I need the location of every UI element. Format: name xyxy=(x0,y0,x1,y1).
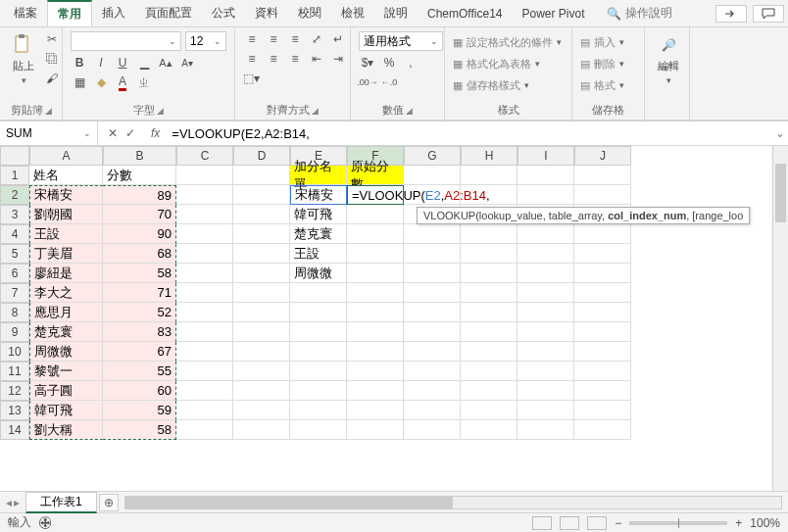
format-painter-button[interactable]: 🖌 xyxy=(43,71,61,86)
decrease-decimal-button[interactable]: ←.0 xyxy=(380,74,398,90)
share-button[interactable] xyxy=(715,5,747,23)
cell-D3[interactable] xyxy=(233,205,290,224)
dialog-launcher-icon[interactable]: ◢ xyxy=(406,106,413,116)
cell-A13[interactable]: 韓可飛 xyxy=(29,401,103,420)
column-header-B[interactable]: B xyxy=(103,146,176,166)
cell-J11[interactable] xyxy=(574,362,631,381)
cell-I1[interactable] xyxy=(517,166,574,185)
font-name-combo[interactable]: ⌄ xyxy=(71,31,181,51)
cell-B13[interactable]: 59 xyxy=(103,401,176,420)
cell-D11[interactable] xyxy=(233,362,290,381)
cell-F13[interactable] xyxy=(347,401,404,420)
column-header-D[interactable]: D xyxy=(233,146,290,166)
row-header-6[interactable]: 6 xyxy=(0,264,29,283)
cell-E12[interactable] xyxy=(290,381,347,401)
cell-G11[interactable] xyxy=(404,362,461,381)
cell-F6[interactable] xyxy=(347,264,404,283)
cell-I11[interactable] xyxy=(517,362,574,381)
cell-E5[interactable]: 王設 xyxy=(290,244,347,264)
cell-D13[interactable] xyxy=(233,401,290,420)
column-header-G[interactable]: G xyxy=(404,146,461,166)
scroll-thumb[interactable] xyxy=(775,164,786,222)
format-as-table-button[interactable]: ▦格式化為表格▾ xyxy=(453,53,540,74)
conditional-formatting-button[interactable]: ▦設定格式化的條件▾ xyxy=(453,31,562,53)
paste-button[interactable]: 貼上 ▾ xyxy=(8,31,39,87)
tab-view[interactable]: 檢視 xyxy=(331,1,374,25)
cell-J6[interactable] xyxy=(574,264,631,283)
cut-button[interactable]: ✂ xyxy=(43,31,61,47)
cell-B11[interactable]: 55 xyxy=(103,362,176,381)
cell-C9[interactable] xyxy=(176,322,233,342)
tab-insert[interactable]: 插入 xyxy=(92,1,135,25)
name-box[interactable]: SUM ⌄ xyxy=(0,121,98,145)
cell-C11[interactable] xyxy=(176,362,233,381)
cell-A10[interactable]: 周微微 xyxy=(29,342,103,362)
cell-D5[interactable] xyxy=(233,244,290,264)
cell-B5[interactable]: 68 xyxy=(103,244,176,264)
cell-D6[interactable] xyxy=(233,264,290,283)
cell-I5[interactable] xyxy=(517,244,574,264)
cell-C12[interactable] xyxy=(176,381,233,401)
number-format-combo[interactable]: 通用格式⌄ xyxy=(359,31,443,51)
sheet-nav-last[interactable]: ▸ xyxy=(14,496,20,509)
cell-J10[interactable] xyxy=(574,342,631,362)
cell-G7[interactable] xyxy=(404,283,461,303)
cell-H12[interactable] xyxy=(461,381,517,401)
cell-H7[interactable] xyxy=(461,283,517,303)
cancel-formula-button[interactable]: ✕ xyxy=(108,126,118,140)
cell-F12[interactable] xyxy=(347,381,404,401)
row-header-10[interactable]: 10 xyxy=(0,342,29,362)
cell-F11[interactable] xyxy=(347,362,404,381)
cell-E10[interactable] xyxy=(290,342,347,362)
increase-decimal-button[interactable]: .00→ xyxy=(359,74,376,90)
font-size-combo[interactable]: 12⌄ xyxy=(185,31,226,51)
border-bottom-button[interactable]: ▁ xyxy=(135,55,153,71)
cell-F4[interactable] xyxy=(347,224,404,244)
confirm-formula-button[interactable]: ✓ xyxy=(125,126,135,140)
column-header-J[interactable]: J xyxy=(574,146,631,166)
cell-H9[interactable] xyxy=(461,322,517,342)
view-normal-button[interactable] xyxy=(532,516,552,530)
align-center-button[interactable]: ≡ xyxy=(265,51,282,67)
zoom-slider[interactable] xyxy=(629,521,727,525)
tab-formulas[interactable]: 公式 xyxy=(202,1,245,25)
select-all-corner[interactable] xyxy=(0,146,29,166)
column-header-C[interactable]: C xyxy=(176,146,233,166)
cell-B2[interactable]: 89 xyxy=(103,185,176,205)
cell-F8[interactable] xyxy=(347,303,404,322)
cell-D12[interactable] xyxy=(233,381,290,401)
tab-chemoffice[interactable]: ChemOffice14 xyxy=(418,3,512,24)
comments-button[interactable] xyxy=(753,5,784,23)
font-color-button[interactable]: A xyxy=(114,74,131,90)
cell-I8[interactable] xyxy=(517,303,574,322)
comma-style-button[interactable]: , xyxy=(402,55,419,71)
cell-A6[interactable]: 廖紐是 xyxy=(29,264,103,283)
formula-expand-button[interactable]: ⌄ xyxy=(772,126,788,140)
cell-F2[interactable]: =VLOOKUP(E2,A2:B14, xyxy=(347,185,404,205)
underline-button[interactable]: U xyxy=(114,55,131,71)
cell-I6[interactable] xyxy=(517,264,574,283)
cell-E14[interactable] xyxy=(290,420,347,440)
shrink-font-button[interactable]: A▾ xyxy=(178,55,196,71)
cell-A4[interactable]: 王設 xyxy=(29,224,103,244)
cell-F7[interactable] xyxy=(347,283,404,303)
cell-A14[interactable]: 劉大稱 xyxy=(29,420,103,440)
cell-C3[interactable] xyxy=(176,205,233,224)
chevron-down-icon[interactable]: ⌄ xyxy=(83,128,91,138)
cell-C4[interactable] xyxy=(176,224,233,244)
new-sheet-button[interactable]: ⊕ xyxy=(99,494,119,511)
cell-I12[interactable] xyxy=(517,381,574,401)
cell-B6[interactable]: 58 xyxy=(103,264,176,283)
cell-F14[interactable] xyxy=(347,420,404,440)
row-header-2[interactable]: 2 xyxy=(0,185,29,205)
align-right-button[interactable]: ≡ xyxy=(286,51,304,67)
tab-file[interactable]: 檔案 xyxy=(4,1,47,25)
cell-J2[interactable] xyxy=(574,185,631,205)
cell-G5[interactable] xyxy=(404,244,461,264)
cell-C6[interactable] xyxy=(176,264,233,283)
cell-J7[interactable] xyxy=(574,283,631,303)
cell-B3[interactable]: 70 xyxy=(103,205,176,224)
row-header-13[interactable]: 13 xyxy=(0,401,29,420)
cell-A2[interactable]: 宋橋安 xyxy=(29,185,103,205)
cell-E1[interactable]: 加分名單 xyxy=(290,166,347,185)
